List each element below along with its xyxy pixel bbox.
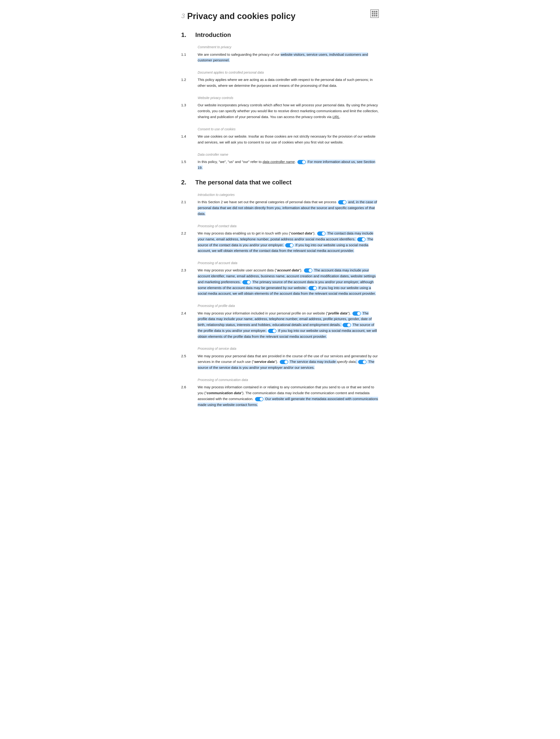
normal-text: We may process your website user account… xyxy=(198,268,277,272)
subsection-block-2.5: Processing of service data2.5We may proc… xyxy=(181,346,379,371)
bold-italic-text: contact data xyxy=(291,231,312,235)
subsection-label: Processing of communication data xyxy=(181,377,379,383)
grid-cell xyxy=(374,11,376,12)
subsection-row: 1.2This policy applies where we are acti… xyxy=(181,77,379,89)
subsection-block-2.3: Processing of account data2.3We may proc… xyxy=(181,260,379,297)
normal-text: We may process data enabling us to get i… xyxy=(198,231,291,235)
bold-italic-text: account data xyxy=(277,268,299,272)
subsection-text: We may process your personal data that a… xyxy=(198,353,379,371)
subsection-block-2.2: Processing of contact data2.2We may proc… xyxy=(181,224,379,254)
section-number: 1. xyxy=(181,30,190,40)
toggle-switch[interactable] xyxy=(342,323,351,327)
section-heading-text: The personal data that we collect xyxy=(195,178,292,187)
page-number: 3 xyxy=(181,11,185,21)
document-body: 1.IntroductionCommitment to privacy1.1We… xyxy=(181,30,379,408)
subsection-block-1.5: Data controller name1.5In this policy, "… xyxy=(181,152,379,171)
subsection-text: We may process your information included… xyxy=(198,310,379,340)
toggle-switch[interactable] xyxy=(358,360,367,364)
toggle-switch[interactable] xyxy=(242,280,251,284)
subsection-number: 2.3 xyxy=(181,267,198,297)
subsection-number: 1.5 xyxy=(181,159,198,171)
subsection-row: 2.4We may process your information inclu… xyxy=(181,310,379,340)
subsection-block-2.4: Processing of profile data2.4We may proc… xyxy=(181,303,379,339)
italic-text: specify data xyxy=(337,359,356,363)
subsection-block-1.3: Website privacy controls1.3Our website i… xyxy=(181,95,379,120)
toggle-switch[interactable] xyxy=(338,200,346,204)
subsection-row: 2.3We may process your website user acco… xyxy=(181,267,379,297)
toggle-switch[interactable] xyxy=(297,160,306,164)
toggle-switch[interactable] xyxy=(255,397,264,401)
subsection-label: Processing of profile data xyxy=(181,303,379,308)
toggle-switch[interactable] xyxy=(317,232,326,236)
normal-text: . xyxy=(339,115,340,119)
toggle-switch[interactable] xyxy=(268,329,276,333)
toggle-switch[interactable] xyxy=(353,311,361,316)
grid-cell xyxy=(372,15,374,16)
bold-italic-text: service data xyxy=(254,359,275,363)
subsection-block-2.6: Processing of communication data2.6We ma… xyxy=(181,377,379,408)
italic-underline-text: data controller name xyxy=(263,160,295,164)
bold-italic-text: communication data xyxy=(207,391,241,395)
toggle-switch[interactable] xyxy=(285,243,294,248)
highlighted-text: The service data may include xyxy=(289,359,337,363)
subsection-row: 1.5In this policy, "we", "us" and "our" … xyxy=(181,159,379,171)
subsection-row: 1.4We use cookies on our website. Insofa… xyxy=(181,134,379,145)
subsection-label: Introduction to categories xyxy=(181,192,379,197)
toggle-switch[interactable] xyxy=(280,360,288,364)
toggle-switch[interactable] xyxy=(357,237,366,242)
subsection-label: Document applies to controlled personal … xyxy=(181,70,379,75)
subsection-number: 1.3 xyxy=(181,102,198,120)
page-header: 3 Privacy and cookies policy xyxy=(181,9,379,23)
subsection-text: We may process your website user account… xyxy=(198,267,379,297)
subsection-number: 1.4 xyxy=(181,134,198,145)
normal-text: "). xyxy=(275,359,279,363)
subsection-row: 2.2We may process data enabling us to ge… xyxy=(181,231,379,254)
subsection-text: In this policy, "we", "us" and "our" ref… xyxy=(198,159,379,171)
normal-text: We use cookies on our website. Insofar a… xyxy=(198,134,376,144)
grid-cell xyxy=(376,13,378,15)
grid-cell xyxy=(372,13,374,15)
subsection-block-1.4: Consent to use of cookies1.4We use cooki… xyxy=(181,127,379,145)
normal-text: In this Section 2 we have set out the ge… xyxy=(198,200,337,204)
subsection-label: Commitment to privacy xyxy=(181,44,379,50)
section-number: 2. xyxy=(181,178,190,187)
subsection-number: 2.4 xyxy=(181,310,198,340)
grid-cell xyxy=(374,13,376,15)
grid-cell xyxy=(374,15,376,16)
subsection-row: 2.6We may process information contained … xyxy=(181,384,379,408)
subsection-text: In this Section 2 we have set out the ge… xyxy=(198,199,379,216)
page-title: Privacy and cookies policy xyxy=(187,9,295,23)
normal-text: . xyxy=(295,160,297,164)
grid-view-icon[interactable] xyxy=(370,9,379,18)
subsection-block-1.2: Document applies to controlled personal … xyxy=(181,70,379,89)
subsection-row: 2.5We may process your personal data tha… xyxy=(181,353,379,371)
subsection-label: Data controller name xyxy=(181,152,379,157)
grid-cell xyxy=(372,11,374,12)
bold-italic-text: profile data xyxy=(328,311,347,315)
subsection-label: Processing of service data xyxy=(181,346,379,351)
subsection-label: Processing of account data xyxy=(181,260,379,266)
highlighted-text: . xyxy=(356,359,358,363)
subsection-text: We use cookies on our website. Insofar a… xyxy=(198,134,379,145)
toggle-switch[interactable] xyxy=(308,286,317,290)
subsection-number: 2.2 xyxy=(181,231,198,254)
subsection-text: This policy applies where we are acting … xyxy=(198,77,379,89)
subsection-number: 1.1 xyxy=(181,52,198,63)
normal-text: In this policy, "we", "us" and "our" ref… xyxy=(198,160,263,164)
toggle-switch[interactable] xyxy=(304,268,312,273)
grid-cell xyxy=(376,11,378,12)
subsection-number: 1.2 xyxy=(181,77,198,89)
subsection-text: We are committed to safeguarding the pri… xyxy=(198,52,379,63)
subsection-label: Website privacy controls xyxy=(181,95,379,101)
subsection-block-2.1: Introduction to categories2.1In this Sec… xyxy=(181,192,379,217)
normal-text: We are committed to safeguarding the pri… xyxy=(198,52,280,56)
grid-cell xyxy=(376,15,378,16)
normal-text: We may process your information included… xyxy=(198,311,328,315)
normal-text: "). xyxy=(347,311,352,315)
subsection-number: 2.1 xyxy=(181,199,198,216)
subsection-label: Processing of contact data xyxy=(181,224,379,229)
section-title-2: 2.The personal data that we collect xyxy=(181,178,379,187)
normal-text: "). xyxy=(299,268,303,272)
normal-text: Our website incorporates privacy control… xyxy=(198,103,379,119)
page-title-area: 3 Privacy and cookies policy xyxy=(181,9,295,23)
